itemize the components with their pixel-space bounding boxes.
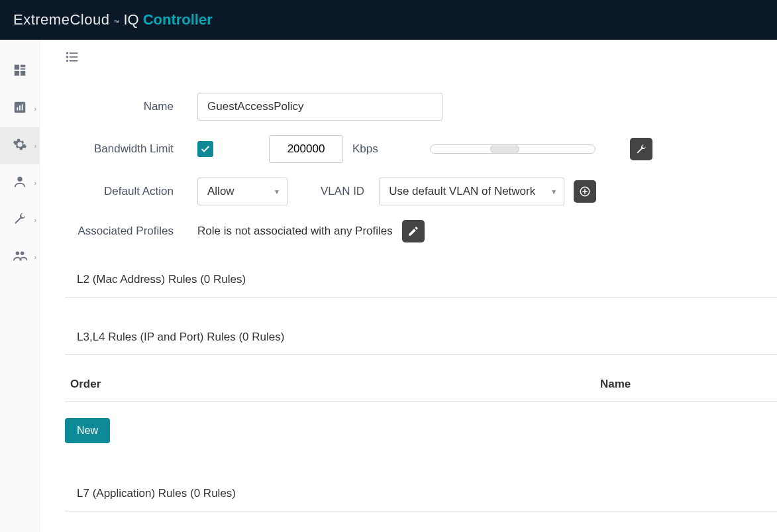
check-icon [200, 144, 211, 154]
svg-point-16 [67, 56, 68, 58]
logo-text-3: Controller [143, 11, 213, 28]
user-icon [13, 174, 27, 191]
default-action-label: Default Action [65, 185, 197, 198]
logo-tm: ™ [113, 19, 119, 26]
sidebar-item-tools[interactable]: › [0, 201, 39, 239]
logo-text-2: IQ [123, 11, 138, 28]
slider-thumb[interactable] [490, 144, 519, 154]
chevron-right-icon: › [34, 254, 36, 261]
svg-rect-6 [17, 107, 18, 111]
l7-rules-title: L7 (Application) Rules (0 Rules) [77, 487, 236, 500]
sidebar-item-admin[interactable]: › [0, 239, 39, 276]
col-name-header: Name [600, 378, 777, 391]
gear-icon [13, 137, 27, 154]
svg-rect-3 [14, 71, 19, 76]
rules-table-header: Order Name [65, 367, 777, 402]
name-label: Name [65, 100, 197, 113]
assoc-profiles-label: Associated Profiles [65, 225, 197, 238]
bandwidth-checkbox[interactable] [197, 141, 213, 157]
sidebar: › › › › › [0, 40, 40, 532]
l34-rules-section[interactable]: L3,L4 Rules (IP and Port) Rules (0 Rules… [65, 320, 777, 355]
l7-rules-section[interactable]: L7 (Application) Rules (0 Rules) [65, 476, 777, 511]
chevron-right-icon: › [34, 105, 36, 113]
l34-rules-title: L3,L4 Rules (IP and Port) Rules (0 Rules… [77, 331, 284, 343]
svg-point-15 [67, 52, 68, 54]
l2-rules-title: L2 (Mac Address) Rules (0 Rules) [77, 273, 246, 286]
bandwidth-label: Bandwidth Limit [65, 142, 197, 156]
svg-rect-8 [21, 104, 23, 110]
bandwidth-input[interactable] [269, 135, 343, 163]
chart-icon [13, 100, 27, 117]
new-rule-button[interactable]: New [65, 418, 110, 443]
sidebar-item-configure[interactable]: › [0, 127, 39, 164]
bandwidth-settings-button[interactable] [630, 138, 652, 160]
svg-rect-7 [19, 105, 21, 110]
svg-rect-0 [14, 65, 19, 70]
col-order-header: Order [70, 378, 600, 391]
edit-profiles-button[interactable] [402, 220, 425, 242]
plus-circle-icon [579, 186, 591, 197]
wrench-icon [13, 211, 27, 229]
l2-rules-section[interactable]: L2 (Mac Address) Rules (0 Rules) [65, 262, 777, 297]
svg-point-10 [15, 252, 19, 256]
app-header: ExtremeCloud™ IQ Controller [0, 0, 777, 40]
dashboard-icon [13, 63, 27, 80]
chevron-right-icon: › [34, 142, 36, 150]
add-vlan-button[interactable] [574, 180, 596, 203]
assoc-profiles-text: Role is not associated with any Profiles [197, 225, 393, 238]
name-input[interactable] [197, 93, 442, 121]
bandwidth-slider[interactable] [430, 144, 596, 154]
svg-point-9 [17, 177, 22, 182]
bandwidth-unit: Kbps [352, 142, 378, 156]
wrench-icon [635, 143, 647, 155]
users-icon [13, 248, 27, 266]
main-content: Name Bandwidth Limit Kbps [40, 40, 777, 532]
sidebar-item-onboard[interactable]: › [0, 164, 39, 201]
chevron-right-icon: › [34, 180, 36, 187]
svg-rect-1 [20, 65, 25, 68]
svg-rect-2 [20, 68, 25, 70]
app-logo: ExtremeCloud™ IQ Controller [13, 11, 213, 28]
sidebar-item-monitor[interactable]: › [0, 90, 39, 127]
chevron-right-icon: › [34, 217, 36, 224]
pencil-icon [407, 225, 419, 237]
vlan-value: Use default VLAN of Network [389, 185, 535, 197]
vlan-select[interactable]: Use default VLAN of Network ▼ [379, 178, 564, 205]
default-action-select[interactable]: Allow ▼ [197, 178, 287, 205]
svg-point-11 [20, 252, 23, 256]
caret-down-icon: ▼ [550, 188, 557, 195]
list-toggle-icon[interactable] [65, 54, 79, 66]
svg-point-17 [67, 60, 68, 62]
caret-down-icon: ▼ [274, 188, 280, 195]
svg-rect-4 [20, 71, 25, 76]
default-action-value: Allow [207, 185, 234, 197]
sidebar-item-dashboard[interactable] [0, 53, 39, 90]
logo-text-1: ExtremeCloud [13, 11, 109, 28]
vlan-label: VLAN ID [321, 185, 364, 198]
